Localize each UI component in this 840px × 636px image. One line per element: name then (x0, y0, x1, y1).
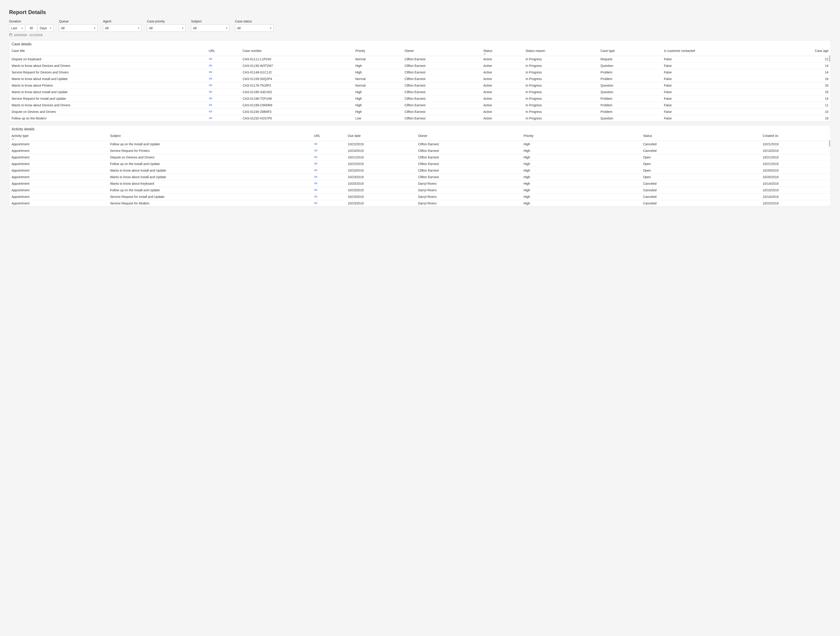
table-row[interactable]: Wants to know about Devices and DriversC… (9, 63, 831, 69)
cell-case-age: 16 (774, 76, 831, 82)
queue-select[interactable]: All ▾ (59, 25, 98, 32)
table-row[interactable]: Dispute on Devices and DriversCAS-01230-… (9, 109, 831, 115)
table-row[interactable]: AppointmentFollow up on the Install and … (9, 187, 831, 194)
link-icon[interactable] (314, 202, 317, 205)
cell-activity-type: Appointment (9, 154, 108, 161)
col-owner[interactable]: Owner (403, 47, 481, 56)
col-created-on[interactable]: Created on (760, 132, 831, 141)
cell-created-on: 10/21/2019 (760, 154, 831, 161)
cell-priority: High (353, 102, 402, 109)
scrollbar-thumb[interactable] (829, 140, 830, 146)
status-select[interactable]: All ▾ (235, 25, 273, 32)
link-icon[interactable] (314, 156, 317, 159)
table-row[interactable]: AppointmentDispute on Devices and Driver… (9, 154, 831, 161)
col-is-contacted[interactable]: Is customer contacted (662, 47, 774, 56)
col-activity-type[interactable]: Activity type (9, 132, 108, 141)
col-due-date[interactable]: Due date (346, 132, 416, 141)
duration-mode-select[interactable]: Last ▾ (9, 25, 25, 32)
col-status[interactable]: Status (641, 132, 760, 141)
case-details-title: Case details (9, 40, 831, 47)
col-case-number[interactable]: Case number (240, 47, 353, 56)
link-icon[interactable] (209, 117, 212, 120)
link-icon[interactable] (314, 175, 317, 178)
cell-contacted: False (662, 63, 774, 69)
table-row[interactable]: Wants to know about Devices and DriversC… (9, 102, 831, 109)
table-row[interactable]: AppointmentService Request for Modem10/2… (9, 200, 831, 207)
cell-case-title: Wants to know about Devices and Drivers (9, 102, 207, 109)
table-row[interactable]: Service Request for Install and UpdateCA… (9, 95, 831, 102)
link-icon[interactable] (209, 104, 212, 106)
agent-select[interactable]: All ▾ (103, 25, 142, 32)
cell-status: Active (481, 56, 523, 63)
link-icon[interactable] (314, 169, 317, 172)
link-icon[interactable] (209, 97, 212, 100)
cell-case-age: 14 (774, 63, 831, 69)
table-row[interactable]: AppointmentWants to know about Install a… (9, 174, 831, 180)
cell-case-title: Dispute on Devices and Drivers (9, 109, 207, 115)
cell-case-number: CAS-01111-L1F0X0 (240, 56, 353, 63)
cell-priority: High (353, 95, 402, 102)
link-icon[interactable] (209, 71, 212, 74)
link-icon[interactable] (314, 143, 317, 145)
link-icon[interactable] (314, 182, 317, 185)
link-icon[interactable] (314, 195, 317, 198)
table-row[interactable]: AppointmentService Request for Install a… (9, 194, 831, 200)
col-url[interactable]: URL (207, 47, 240, 56)
col-case-title[interactable]: Case title (9, 47, 207, 56)
link-icon[interactable] (314, 162, 317, 165)
cell-status-reason: In Progress (523, 76, 598, 82)
cell-case-type: Problem (598, 76, 662, 82)
duration-mode-value: Last (11, 26, 17, 30)
link-icon[interactable] (209, 90, 212, 93)
table-row[interactable]: AppointmentWants to know about Install a… (9, 167, 831, 174)
priority-select[interactable]: All ▾ (147, 25, 186, 32)
activity-details-title: Activity details (9, 125, 831, 132)
table-row[interactable]: Dispute on KeyboardCAS-01111-L1F0X0Norma… (9, 56, 831, 63)
col-url[interactable]: URL (312, 132, 346, 141)
table-row[interactable]: AppointmentWants to know about Keyboard1… (9, 180, 831, 187)
table-row[interactable]: Service Request for Devices and DriversC… (9, 69, 831, 76)
link-icon[interactable] (209, 110, 212, 113)
duration-value-input[interactable]: 30 (26, 25, 36, 32)
cell-case-type: Problem (598, 69, 662, 76)
cell-case-age: 20 (774, 82, 831, 89)
col-priority[interactable]: Priority (353, 47, 402, 56)
col-case-age[interactable]: Case age (774, 47, 831, 56)
scrollbar-thumb[interactable] (829, 55, 830, 61)
link-icon[interactable] (209, 64, 212, 67)
link-icon[interactable] (209, 58, 212, 60)
filter-case-priority: Case priority All ▾ (147, 19, 186, 32)
col-case-type[interactable]: Case type (598, 47, 662, 56)
table-row[interactable]: AppointmentFollow up on the Install and … (9, 141, 831, 148)
filter-priority-label: Case priority (147, 19, 186, 23)
link-icon[interactable] (314, 149, 317, 152)
duration-unit-select[interactable]: Days ▾ (38, 25, 54, 32)
table-row[interactable]: AppointmentFollow up on the Install and … (9, 161, 831, 167)
cell-url (312, 154, 346, 161)
col-owner[interactable]: Owner (416, 132, 521, 141)
cell-created-on: 10/22/2019 (760, 200, 831, 207)
cell-owner: Clifton Earnest (403, 69, 481, 76)
link-icon[interactable] (209, 77, 212, 80)
table-row[interactable]: Wants to know about Install and UpdateCA… (9, 76, 831, 82)
table-row[interactable]: Wants to know about PrintersCAS-01178-T9… (9, 82, 831, 89)
subject-select[interactable]: All ▾ (191, 25, 230, 32)
cell-priority: High (521, 167, 641, 174)
cell-status: Canceled (641, 148, 760, 154)
cell-priority: Normal (353, 56, 402, 63)
table-row[interactable]: Wants to know about Install and UpdateCA… (9, 89, 831, 95)
chevron-down-icon: ▾ (138, 27, 139, 30)
table-row[interactable]: Follow up on the ModemCAS-01232-H2S7P0Lo… (9, 115, 831, 122)
col-subject[interactable]: Subject (108, 132, 312, 141)
col-status[interactable]: Status (481, 47, 523, 56)
link-icon[interactable] (314, 189, 317, 191)
cell-owner: Clifton Earnest (416, 148, 521, 154)
cell-created-on: 10/20/2019 (760, 174, 831, 180)
col-status-reason[interactable]: Status reason (523, 47, 598, 56)
cell-case-number: CAS-01196-T2P1H8 (240, 95, 353, 102)
link-icon[interactable] (209, 84, 212, 87)
cell-contacted: False (662, 102, 774, 109)
col-priority[interactable]: Priority (521, 132, 641, 141)
table-row[interactable]: AppointmentService Request for Printers1… (9, 148, 831, 154)
cell-priority: High (521, 194, 641, 200)
